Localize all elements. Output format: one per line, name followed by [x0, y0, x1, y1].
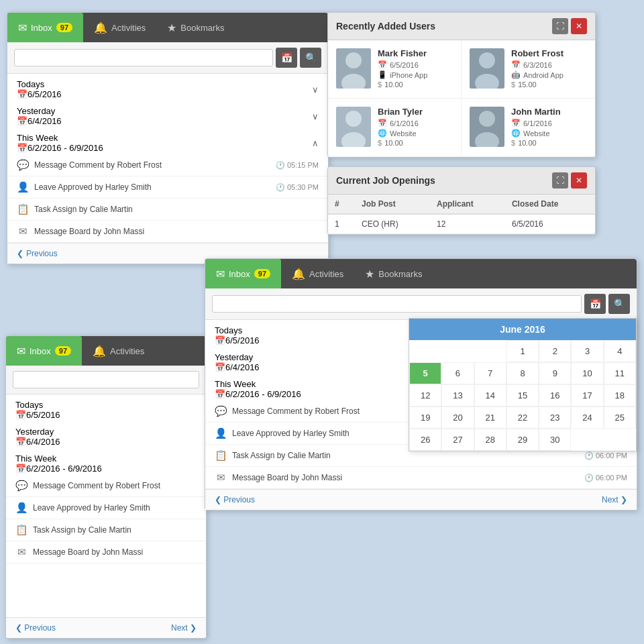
user-amount-robert: 15.00	[518, 80, 537, 89]
cal-day[interactable]: 12	[409, 384, 441, 407]
cal-day[interactable]: 23	[539, 407, 571, 429]
cal-day[interactable]: 15	[506, 384, 539, 407]
close-btn-users[interactable]: ✕	[571, 18, 587, 34]
chevron-yesterday-1[interactable]: ∨	[312, 111, 319, 121]
search-input-1[interactable]	[14, 49, 273, 66]
prev-btn-1[interactable]: ❮ Previous	[17, 249, 58, 258]
cal-day[interactable]: 11	[604, 362, 636, 384]
cal-icon-robert: 📅	[511, 60, 521, 69]
expand-btn-jobs[interactable]: ⛶	[552, 172, 568, 189]
cal-day[interactable]: 4	[604, 340, 636, 362]
dollar-icon-mark: $	[378, 80, 382, 89]
cal-day[interactable]: 28	[474, 429, 506, 451]
activity-text-2c: Task Assign by Calie Martin	[33, 525, 197, 535]
chevron-today-1[interactable]: ∨	[312, 85, 319, 95]
user-date-brian: 6/1/2016	[390, 119, 419, 127]
tab-inbox-3[interactable]: ✉ Inbox 97	[205, 259, 281, 288]
cal-day[interactable]: 14	[474, 384, 506, 407]
yesterday-title-1: Yesterday	[17, 106, 62, 116]
cal-day[interactable]: 27	[441, 429, 474, 451]
cal-day-today[interactable]: 5	[409, 362, 441, 384]
cal-day[interactable]: 30	[539, 429, 571, 451]
today-title-2: Todays	[15, 400, 60, 410]
prev-btn-3[interactable]: ❮ Previous	[215, 495, 255, 504]
activity-text-3c: Task Assign by Calie Martin	[232, 451, 579, 460]
inbox-panel-1: ✉ Inbox 97 🔔 Activities ★ Bookmarks 📅 🔍 …	[7, 12, 329, 264]
users-grid: Mark Fisher 📅6/5/2016 📱iPhone App $10.00…	[328, 40, 595, 157]
section-yesterday-2: Yesterday 📅6/4/2016	[6, 421, 206, 448]
user-date-mark: 6/5/2016	[390, 61, 419, 69]
inbox-icon-3: ✉	[216, 268, 225, 280]
user-platform-brian: Website	[390, 129, 417, 138]
cal-day[interactable]: 18	[604, 384, 636, 407]
search-input-2[interactable]	[13, 371, 199, 388]
section-yesterday-1: Yesterday 📅6/4/2016 ∨	[7, 101, 328, 127]
search-btn-1[interactable]: 🔍	[300, 48, 321, 68]
tab-activities-3[interactable]: 🔔 Activities	[281, 259, 354, 288]
inbox-badge-3: 97	[254, 269, 270, 278]
user-info-robert: Robert Frost 📅6/3/2016 🤖Android App $15.…	[511, 48, 587, 90]
col-closed: Closed Date	[505, 195, 595, 214]
avatar-robert	[470, 48, 504, 89]
calendar-btn-1[interactable]: 📅	[276, 48, 297, 68]
web-icon-brian: 🌐	[378, 129, 387, 138]
inbox-label-2: Inbox	[30, 346, 51, 356]
tab-bookmarks-1[interactable]: ★ Bookmarks	[156, 13, 235, 42]
close-btn-jobs[interactable]: ✕	[571, 172, 587, 189]
cal-day[interactable]: 2	[539, 340, 571, 362]
bell-icon-2: 🔔	[93, 345, 106, 358]
jobs-panel-header: Current Job Openings ⛶ ✕	[328, 167, 595, 195]
activity-item-2d: ✉ Message Board by John Massi	[6, 541, 206, 564]
cal-day[interactable]: 10	[571, 362, 603, 384]
section-thisweek-1: This Week 📅6/2/2016 - 6/9/2016 ∧	[7, 127, 328, 154]
chevron-thisweek-1[interactable]: ∧	[312, 138, 319, 148]
user-info-brian: Brian Tyler 📅6/1/2016 🌐Website $10.00	[378, 107, 453, 148]
inbox-panel-2: ✉ Inbox 97 🔔 Activities Todays 📅6/5/2016…	[5, 335, 207, 639]
dollar-icon-brian: $	[378, 139, 382, 147]
cal-day[interactable]: 21	[474, 407, 506, 429]
cal-day[interactable]: 25	[604, 407, 636, 429]
cal-day[interactable]: 22	[506, 407, 539, 429]
col-jobpost: Job Post	[355, 195, 430, 214]
board-icon-2d: ✉	[15, 546, 28, 558]
tab-activities-2[interactable]: 🔔 Activities	[82, 336, 155, 366]
cal-icon-w2: 📅	[15, 464, 26, 474]
searchbar-cal-container: 📅 🔍 June 2016 1 2 3 4 5 6 7 8 9 10	[205, 288, 637, 320]
activity-text-2b: Leave Approved by Harley Smith	[33, 503, 197, 513]
cal-day[interactable]: 29	[506, 429, 539, 451]
message-icon: 💬	[17, 159, 29, 171]
bell-icon-3: 🔔	[292, 268, 305, 280]
tab-inbox-2[interactable]: ✉ Inbox 97	[6, 336, 82, 366]
next-btn-3[interactable]: Next ❯	[602, 495, 627, 504]
cal-day[interactable]: 6	[441, 362, 474, 384]
search-bar-1: 📅 🔍	[7, 42, 328, 74]
cal-day[interactable]: 26	[409, 429, 441, 451]
cal-day[interactable]: 17	[571, 384, 603, 407]
cal-icon-w3: 📅	[215, 389, 225, 399]
svg-point-1	[345, 52, 362, 68]
cal-icon-brian: 📅	[378, 119, 387, 127]
tab-activities-1[interactable]: 🔔 Activities	[83, 13, 156, 42]
tab-bookmarks-3[interactable]: ★ Bookmarks	[354, 259, 433, 288]
pagination-3: ❮ Previous Next ❯	[205, 489, 637, 510]
expand-btn-users[interactable]: ⛶	[552, 18, 568, 34]
section-today-2: Todays 📅6/5/2016	[6, 394, 206, 421]
next-btn-2[interactable]: Next ❯	[171, 623, 197, 633]
cal-day[interactable]: 9	[539, 362, 571, 384]
board-icon-3d: ✉	[215, 472, 227, 484]
calendar-btn-3[interactable]: 📅	[584, 294, 606, 314]
search-btn-3[interactable]: 🔍	[608, 294, 630, 314]
cal-day[interactable]: 24	[571, 407, 603, 429]
cal-day[interactable]: 13	[441, 384, 474, 407]
cal-day[interactable]: 16	[539, 384, 571, 407]
cal-day[interactable]: 1	[506, 340, 539, 362]
search-input-3[interactable]	[212, 295, 582, 313]
tab-inbox-1[interactable]: ✉ Inbox 97	[7, 13, 83, 42]
cal-day[interactable]: 19	[409, 407, 441, 429]
cal-day[interactable]: 8	[506, 362, 539, 384]
cal-day[interactable]: 7	[474, 362, 506, 384]
recently-added-panel: Recently Added Users ⛶ ✕ Mark Fisher 📅6/…	[327, 12, 596, 158]
cal-day[interactable]: 3	[571, 340, 603, 362]
cal-day[interactable]: 20	[441, 407, 474, 429]
prev-btn-2[interactable]: ❮ Previous	[15, 623, 56, 633]
